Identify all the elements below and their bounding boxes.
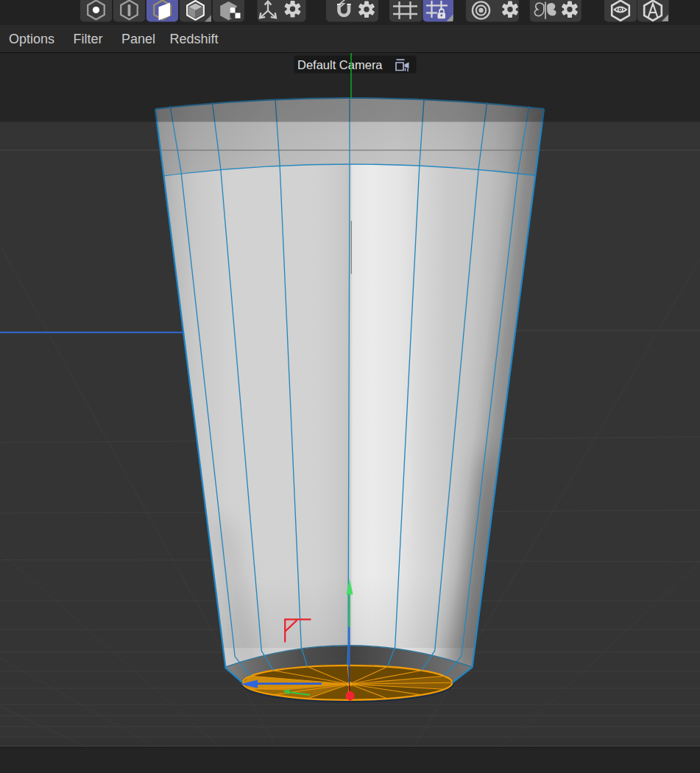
svg-text:Filter: Filter [74, 32, 103, 46]
svg-text:Default Camera: Default Camera [297, 58, 383, 71]
svg-text:Panel: Panel [121, 32, 155, 46]
svg-text:Redshift: Redshift [170, 32, 219, 46]
svg-text:Options: Options [9, 32, 54, 46]
